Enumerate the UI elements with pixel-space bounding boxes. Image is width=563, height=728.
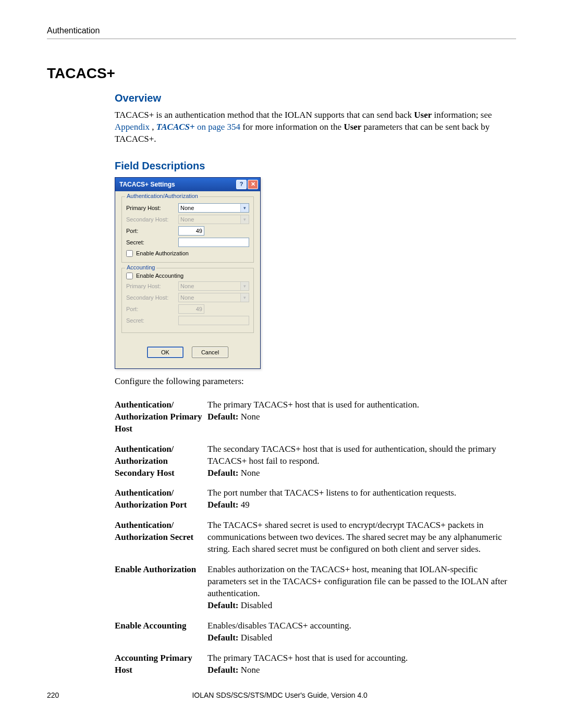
field-desc: The port number that TACACS+ listens to … (207, 488, 456, 498)
table-row: Accounting Primary Host The primary TACA… (115, 649, 516, 682)
table-row: Enable Authorization Enables authorizati… (115, 561, 516, 617)
acct-secondary-host-select: None ▾ (178, 293, 249, 302)
cancel-button[interactable]: Cancel (192, 347, 228, 358)
default-value: Disabled (238, 600, 272, 610)
table-row: Authentication/ Authorization Secret The… (115, 516, 516, 561)
port-input[interactable]: 49 (178, 226, 204, 236)
table-row: Enable Accounting Enables/disables TACAC… (115, 617, 516, 649)
help-icon[interactable]: ? (236, 180, 247, 189)
field-term: Authentication/ Authorization Secret (115, 516, 207, 561)
dialog-titlebar: TACACS+ Settings ? ✕ (115, 178, 260, 191)
secondary-host-select[interactable]: None ▾ (178, 215, 249, 224)
enable-accounting-label: Enable Accounting (136, 273, 183, 279)
acct-primary-host-select: None ▾ (178, 281, 249, 291)
overview-bold-user-2: User (344, 122, 361, 132)
overview-link-sep: , (152, 122, 156, 132)
group-legend-auth: Authentication/Authorization (125, 193, 200, 199)
appendix-link[interactable]: Appendix (115, 122, 152, 132)
chevron-down-icon: ▾ (240, 215, 249, 224)
page-footer: 220 IOLAN SDS/SCS/STS/MDC User's Guide, … (47, 691, 516, 699)
acct-secondary-host-value: None (180, 294, 194, 301)
section-title: TACACS+ (47, 65, 516, 82)
primary-host-value: None (180, 205, 194, 211)
acct-primary-host-value: None (180, 283, 194, 289)
field-desc-cell: Enables authorization on the TACACS+ hos… (207, 561, 516, 617)
default-value: Disabled (238, 633, 272, 643)
table-row: Authentication/ Authorization Secondary … (115, 440, 516, 485)
field-term: Accounting Primary Host (115, 649, 207, 682)
field-term: Authentication/ Authorization Secondary … (115, 440, 207, 485)
field-term: Enable Authorization (115, 561, 207, 617)
group-authentication-authorization: Authentication/Authorization Primary Hos… (121, 196, 254, 263)
field-term: Enable Accounting (115, 617, 207, 649)
default-value: None (238, 468, 260, 478)
configure-line: Configure the following parameters: (115, 376, 516, 387)
table-row: Authentication/ Authorization Primary Ho… (115, 396, 516, 440)
label-acct-port: Port: (126, 306, 178, 312)
field-desc: The TACACS+ shared secret is used to enc… (207, 520, 502, 554)
tacacs-link-label: TACACS+ (156, 122, 195, 132)
enable-accounting-checkbox[interactable] (126, 273, 133, 279)
subsection-overview: Overview (115, 92, 516, 104)
overview-bold-user-1: User (414, 110, 432, 120)
page-number: 220 (47, 691, 59, 699)
tacacs-link-page: on page 354 (195, 122, 240, 132)
default-label: Default: (207, 665, 238, 675)
table-row: Authentication/ Authorization Port The p… (115, 484, 516, 516)
chevron-down-icon: ▾ (240, 204, 249, 212)
tacacs-settings-dialog: TACACS+ Settings ? ✕ Authentication/Auth… (115, 177, 261, 369)
label-port: Port: (126, 228, 178, 234)
field-description-table: Authentication/ Authorization Primary Ho… (115, 396, 516, 682)
field-desc-cell: The port number that TACACS+ listens to … (207, 484, 516, 516)
field-desc: The primary TACACS+ host that is used fo… (207, 400, 419, 410)
label-primary-host: Primary Host: (126, 205, 178, 211)
footer-guide-title: IOLAN SDS/SCS/STS/MDC User's Guide, Vers… (59, 691, 500, 699)
secondary-host-value: None (180, 216, 194, 223)
field-desc: Enables authorization on the TACACS+ hos… (207, 564, 507, 598)
tacacs-cross-ref-link[interactable]: TACACS+ on page 354 (156, 122, 240, 132)
field-desc: Enables/disables TACACS+ accounting. (207, 621, 351, 631)
subsection-field-descriptions: Field Descriptions (115, 160, 516, 172)
acct-secret-input (178, 316, 249, 325)
field-desc-cell: The TACACS+ shared secret is used to enc… (207, 516, 516, 561)
field-desc-cell: The primary TACACS+ host that is used fo… (207, 649, 516, 682)
field-term: Authentication/ Authorization Port (115, 484, 207, 516)
default-label: Default: (207, 412, 238, 422)
overview-text-2: information; see (432, 110, 492, 120)
ok-button[interactable]: OK (147, 347, 183, 358)
label-acct-primary-host: Primary Host: (126, 283, 178, 289)
label-secret: Secret: (126, 239, 178, 245)
default-label: Default: (207, 500, 238, 510)
default-value: None (238, 665, 260, 675)
group-accounting: Accounting Enable Accounting Primary Hos… (121, 268, 254, 333)
enable-authorization-label: Enable Authorization (136, 250, 189, 256)
default-value: 49 (238, 500, 249, 510)
primary-host-select[interactable]: None ▾ (178, 203, 249, 213)
chevron-down-icon: ▾ (240, 293, 249, 302)
close-icon[interactable]: ✕ (248, 180, 258, 189)
dialog-title: TACACS+ Settings (119, 181, 175, 188)
default-value: None (238, 412, 260, 422)
default-label: Default: (207, 468, 238, 478)
page-header: Authentication (47, 26, 516, 39)
acct-port-input: 49 (178, 304, 204, 314)
secret-input[interactable] (178, 238, 249, 247)
chevron-down-icon: ▾ (240, 282, 249, 290)
field-desc: The secondary TACACS+ host that is used … (207, 444, 496, 466)
field-desc-cell: Enables/disables TACACS+ accounting. Def… (207, 617, 516, 649)
field-desc-cell: The primary TACACS+ host that is used fo… (207, 396, 516, 440)
field-desc-cell: The secondary TACACS+ host that is used … (207, 440, 516, 485)
enable-authorization-checkbox[interactable] (126, 250, 133, 257)
field-term: Authentication/ Authorization Primary Ho… (115, 396, 207, 440)
group-legend-acct: Accounting (125, 264, 156, 270)
overview-paragraph: TACACS+ is an authentication method that… (115, 109, 516, 145)
field-desc: The primary TACACS+ host that is used fo… (207, 653, 408, 663)
label-secondary-host: Secondary Host: (126, 216, 178, 223)
label-acct-secret: Secret: (126, 317, 178, 324)
overview-text-3: for more information on the (240, 122, 344, 132)
default-label: Default: (207, 633, 238, 643)
overview-text-1: TACACS+ is an authentication method that… (115, 110, 414, 120)
default-label: Default: (207, 600, 238, 610)
label-acct-secondary-host: Secondary Host: (126, 294, 178, 301)
